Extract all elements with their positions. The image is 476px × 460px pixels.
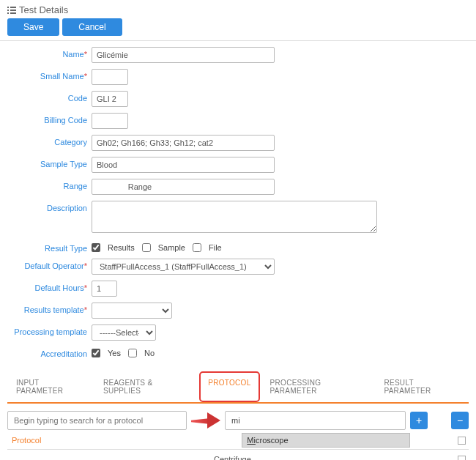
tab-protocol[interactable]: PROTOCOL <box>199 371 259 402</box>
code-field[interactable] <box>92 91 128 107</box>
protocol-header-checkbox[interactable] <box>458 437 466 445</box>
result-type-results-text: Results <box>108 243 135 252</box>
default-operator-label: Default Operator <box>24 261 83 270</box>
page-title-row: Test Details <box>7 4 469 15</box>
results-template-label: Results template <box>24 305 84 314</box>
divider <box>0 40 476 41</box>
result-type-sample-checkbox[interactable] <box>142 243 151 252</box>
accreditation-label: Accreditation <box>40 349 87 358</box>
range-field[interactable] <box>92 179 275 195</box>
billing-code-label: Billing Code <box>44 116 87 125</box>
add-protocol-button[interactable]: + <box>410 412 428 429</box>
default-operator-select[interactable]: StaffPFullAccess_1 (StaffPFullAccess_1) <box>92 259 275 275</box>
protocol-row: Centrifuge <box>7 450 469 460</box>
autocomplete-option-microscope[interactable]: Microscope <box>242 433 410 448</box>
accreditation-yes-checkbox[interactable] <box>92 349 100 357</box>
list-icon <box>7 7 16 14</box>
protocol-column-header: Protocol <box>7 431 45 449</box>
processing-template-label: Processing template <box>14 327 87 336</box>
small-name-field[interactable] <box>92 69 128 85</box>
save-button[interactable]: Save <box>7 18 59 36</box>
name-label: Name <box>62 50 83 59</box>
range-label: Range <box>64 182 87 190</box>
protocol-row-name: Centrifuge <box>214 455 454 460</box>
results-template-select[interactable] <box>92 303 172 319</box>
description-field[interactable] <box>92 201 377 233</box>
sample-type-field[interactable] <box>92 157 275 173</box>
processing-template-select[interactable]: ------Select------ <box>92 324 156 341</box>
category-label: Category <box>54 138 87 146</box>
tab-reagents[interactable]: REAGENTS & SUPPLIES <box>94 371 198 402</box>
sample-type-label: Sample Type <box>40 160 87 168</box>
accreditation-no-checkbox[interactable] <box>128 349 137 357</box>
result-type-file-checkbox[interactable] <box>193 243 201 252</box>
accreditation-yes-text: Yes <box>108 349 121 357</box>
code-label: Code <box>68 94 87 103</box>
result-type-sample-text: Sample <box>158 243 185 252</box>
tab-result-parameter[interactable]: RESULT PARAMETER <box>375 371 469 402</box>
protocol-search-display[interactable] <box>7 411 187 430</box>
default-hours-label: Default Hours <box>34 283 83 292</box>
tab-processing-parameter[interactable]: PROCESSING PARAMETER <box>261 371 376 402</box>
description-label: Description <box>47 204 87 212</box>
result-type-label: Result Type <box>45 244 87 253</box>
cancel-button[interactable]: Cancel <box>62 18 122 36</box>
category-field[interactable] <box>92 135 275 151</box>
protocol-search-input[interactable] <box>225 411 406 430</box>
billing-code-field[interactable] <box>92 113 128 129</box>
arrow-icon <box>191 412 220 429</box>
tab-input-parameter[interactable]: INPUT PARAMETER <box>7 371 94 402</box>
page-title: Test Details <box>19 4 68 15</box>
result-type-file-text: File <box>209 243 222 252</box>
result-type-results-checkbox[interactable] <box>92 243 100 252</box>
small-name-label: Small Name <box>40 72 84 81</box>
default-hours-field[interactable] <box>92 281 117 297</box>
protocol-row-checkbox[interactable] <box>458 456 466 461</box>
name-field[interactable] <box>92 47 275 63</box>
remove-protocol-button[interactable]: − <box>451 412 469 429</box>
accreditation-no-text: No <box>144 349 155 357</box>
tabs-bar: INPUT PARAMETER REAGENTS & SUPPLIES PROT… <box>7 371 469 404</box>
